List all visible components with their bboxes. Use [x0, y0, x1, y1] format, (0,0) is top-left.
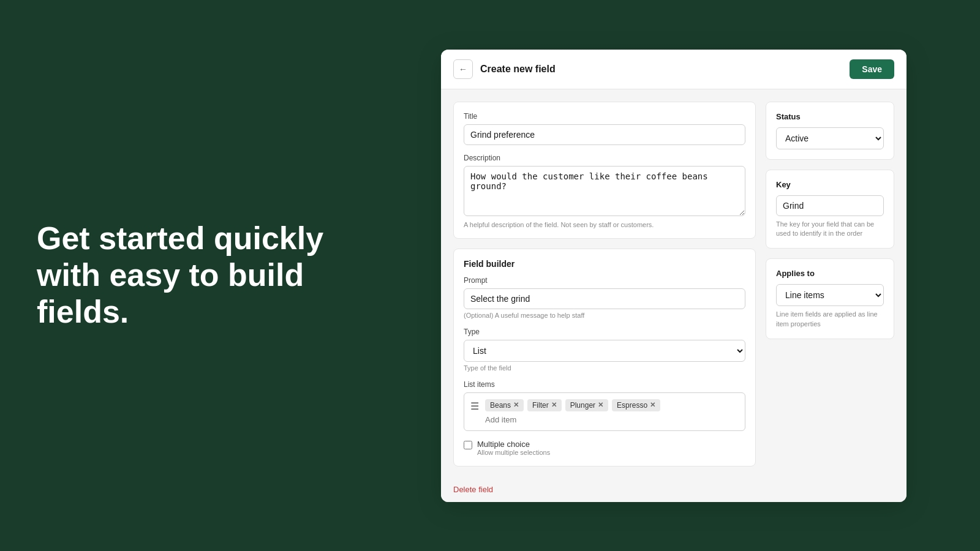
modal-title: Create new field [480, 64, 556, 75]
prompt-input[interactable] [464, 288, 745, 309]
type-select[interactable]: List Text Number Date [464, 340, 745, 362]
field-builder-card: Field builder Prompt (Optional) A useful… [453, 249, 756, 467]
tag-espresso-label: Espresso [617, 401, 647, 410]
list-items-area: ☰ Beans ✕ Filter ✕ [464, 392, 745, 431]
status-card: Status Active Inactive [766, 102, 894, 160]
multiple-choice-label: Multiple choice [477, 440, 550, 449]
modal: ← Create new field Save Title Descriptio… [441, 50, 907, 502]
tag-plunger: Plunger ✕ [565, 399, 608, 411]
prompt-hint: (Optional) A useful message to help staf… [464, 312, 745, 319]
multiple-choice-labels: Multiple choice Allow multiple selection… [477, 440, 550, 456]
tag-plunger-label: Plunger [570, 401, 595, 410]
modal-footer: Delete field [441, 479, 907, 502]
tag-filter: Filter ✕ [527, 399, 562, 411]
status-title: Status [776, 112, 884, 121]
modal-header: ← Create new field Save [441, 50, 907, 89]
multiple-choice-checkbox[interactable] [464, 441, 472, 449]
prompt-label: Prompt [464, 276, 745, 285]
applies-to-title: Applies to [776, 269, 884, 278]
side-column: Status Active Inactive Key The key for y… [766, 102, 894, 467]
type-label: Type [464, 328, 745, 336]
key-card: Key The key for your field that can be u… [766, 170, 894, 249]
modal-header-left: ← Create new field [453, 59, 556, 79]
tag-beans: Beans ✕ [485, 399, 524, 411]
tag-beans-label: Beans [490, 401, 511, 410]
main-column: Title Description How would the customer… [453, 102, 756, 467]
save-button[interactable]: Save [850, 59, 894, 79]
hero-text: Get started quickly with easy to build f… [0, 220, 368, 330]
title-label: Title [464, 112, 745, 121]
add-item-input[interactable] [485, 415, 588, 424]
tag-filter-label: Filter [532, 401, 549, 410]
modal-body: Title Description How would the customer… [441, 89, 907, 479]
list-items-inner: Beans ✕ Filter ✕ Plunger ✕ [485, 399, 739, 424]
description-label: Description [464, 154, 745, 162]
tag-filter-remove[interactable]: ✕ [551, 402, 557, 408]
key-title: Key [776, 180, 884, 189]
applies-to-hint: Line item fields are applied as line ite… [776, 310, 884, 329]
tag-beans-remove[interactable]: ✕ [513, 402, 519, 408]
description-hint: A helpful description of the field. Not … [464, 221, 745, 228]
multiple-choice-row: Multiple choice Allow multiple selection… [464, 440, 745, 456]
type-hint: Type of the field [464, 364, 745, 372]
applies-to-select[interactable]: Line items Order Customer [776, 284, 884, 306]
field-builder-title: Field builder [464, 259, 745, 269]
key-input[interactable] [776, 195, 884, 216]
title-input[interactable] [464, 124, 745, 145]
title-description-card: Title Description How would the customer… [453, 102, 756, 239]
multiple-choice-hint: Allow multiple selections [477, 449, 550, 456]
delete-field-link[interactable]: Delete field [453, 482, 493, 497]
status-select[interactable]: Active Inactive [776, 127, 884, 149]
tag-espresso-remove[interactable]: ✕ [650, 402, 655, 408]
tag-plunger-remove[interactable]: ✕ [598, 402, 603, 408]
list-items-label: List items [464, 380, 745, 389]
tag-espresso: Espresso ✕ [612, 399, 660, 411]
description-input[interactable]: How would the customer like their coffee… [464, 166, 745, 216]
back-button[interactable]: ← [453, 59, 473, 79]
applies-to-card: Applies to Line items Order Customer Lin… [766, 258, 894, 339]
key-hint: The key for your field that can be used … [776, 220, 884, 239]
modal-container: ← Create new field Save Title Descriptio… [368, 0, 980, 551]
list-icon: ☰ [470, 399, 479, 412]
